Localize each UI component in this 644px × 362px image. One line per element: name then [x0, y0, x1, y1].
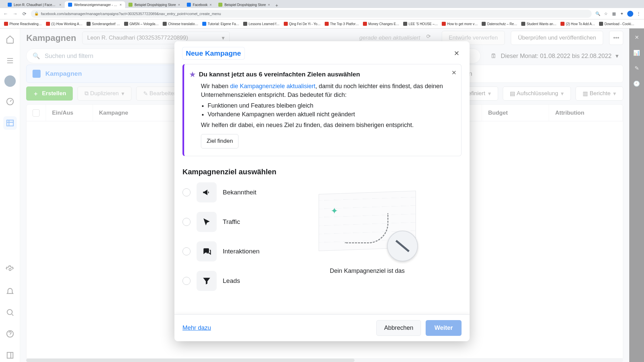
chat-icon [197, 241, 217, 261]
cancel-button[interactable]: Abbrechen [376, 320, 421, 336]
bookmark[interactable]: Tutorial: Eigene Fa… [201, 22, 240, 26]
lock-icon: 🔒 [34, 11, 39, 16]
close-icon[interactable]: × [268, 3, 270, 7]
url-field[interactable]: 🔒 facebook.com/adsmanager/manage/campaig… [31, 10, 592, 18]
bookmark[interactable]: How to get more v… [440, 22, 479, 26]
objectives-update-link[interactable]: die Kampagnenziele aktualisiert [230, 83, 315, 89]
bookmark[interactable]: Money Changes E… [362, 22, 400, 26]
forward-button[interactable]: → [12, 11, 18, 16]
modal-footer: Mehr dazu Abbrechen Weiter [174, 314, 470, 341]
close-icon[interactable]: × [210, 3, 212, 7]
funnel-icon [197, 271, 217, 291]
ads-manager-app: Kampagnen Leon R. Chaudhari (30325357722… [0, 28, 644, 362]
bookmark[interactable]: (2) How To Add A… [559, 22, 596, 26]
objective-leads[interactable]: Leads [182, 271, 260, 291]
browser-tab[interactable]: Leon R. Chaudhari | Facebook× [4, 1, 65, 8]
notice-body: Wir haben die Kampagnenziele aktualisier… [190, 82, 454, 148]
modal-close-button[interactable]: ✕ [451, 48, 462, 58]
puzzle-icon[interactable]: ✦ [619, 11, 625, 16]
zoom-icon[interactable]: 🔍 [595, 11, 600, 16]
objectives-section: Bekanntheit Traffic Interaktionen [182, 182, 462, 291]
learn-more-link[interactable]: Mehr dazu [182, 324, 211, 331]
radio-icon[interactable] [182, 277, 191, 285]
bookmark[interactable]: Student Wants an… [520, 22, 558, 26]
browser-tab[interactable]: Beispiel Dropshipping Store× [125, 1, 183, 8]
bookmark[interactable]: Chinese translatio… [161, 22, 200, 26]
bookmark[interactable]: Download - Cooki… [598, 22, 636, 26]
close-icon[interactable]: × [120, 3, 122, 7]
url-text: facebook.com/adsmanager/manage/campaigns… [41, 12, 221, 16]
bookmark[interactable]: LEE 'S HOUSE –… [402, 22, 439, 26]
star-icon[interactable]: ☆ [603, 11, 608, 16]
close-icon[interactable]: × [178, 3, 180, 7]
bookmark[interactable]: Lessons Learned f… [242, 22, 281, 26]
modal-body: ✕ ★ Du kannst jetzt aus 6 vereinfachten … [174, 62, 470, 314]
modal-title: Neue Kampagne [182, 47, 245, 59]
new-campaign-modal: Neue Kampagne ✕ ✕ ★ Du kannst jetzt aus … [174, 41, 470, 341]
modal-header: Neue Kampagne ✕ [174, 41, 470, 62]
tab-strip: Leon R. Chaudhari | Facebook× Werbeanzei… [0, 0, 644, 8]
star-icon: ★ [190, 70, 196, 78]
objective-awareness[interactable]: Bekanntheit [182, 182, 260, 202]
close-icon[interactable]: × [59, 3, 61, 7]
browser-tab[interactable]: Facebook× [183, 1, 215, 8]
bookmark[interactable]: Phone Reactivating… [3, 22, 43, 26]
notice-heading: Du kannst jetzt aus 6 vereinfachten Ziel… [199, 71, 360, 78]
reload-button[interactable]: ⟳ [21, 11, 28, 16]
bookmark[interactable]: The Top 3 Platfor… [323, 22, 360, 26]
objectives-notice: ✕ ★ Du kannst jetzt aus 6 vereinfachten … [182, 64, 462, 156]
bookmark[interactable]: (1) How Working A… [45, 22, 84, 26]
bookmark[interactable]: Datenschutz – Re… [480, 22, 519, 26]
browser-tab[interactable]: Werbeanzeigenmanager - We× [65, 1, 125, 8]
objective-illustration: ✦ Dein Kampagnenziel ist das [273, 182, 462, 291]
cursor-icon [197, 212, 217, 232]
bookmark[interactable]: GMSN – Vologda… [123, 22, 160, 26]
browser-tab[interactable]: Beispiel Dropshipping Store× [215, 1, 273, 8]
back-button[interactable]: ← [3, 11, 9, 16]
objective-heading: Kampagnenziel auswählen [182, 168, 462, 176]
new-tab-button[interactable]: + [273, 3, 280, 8]
radio-icon[interactable] [182, 188, 191, 196]
browser-chrome: Leon R. Chaudhari | Facebook× Werbeanzei… [0, 0, 644, 28]
objective-engagement[interactable]: Interaktionen [182, 241, 260, 261]
radio-icon[interactable] [182, 218, 191, 226]
compass-icon [387, 231, 418, 261]
profile-avatar[interactable] [627, 11, 633, 17]
next-button[interactable]: Weiter [426, 320, 462, 336]
address-bar: ← → ⟳ 🔒 facebook.com/adsmanager/manage/c… [0, 8, 644, 19]
megaphone-icon [197, 182, 217, 202]
objective-list: Bekanntheit Traffic Interaktionen [182, 182, 260, 291]
bookmarks-bar: Phone Reactivating… (1) How Working A… S… [0, 19, 644, 28]
find-objective-button[interactable]: Ziel finden [201, 134, 238, 148]
objective-caption: Dein Kampagnenziel ist das [330, 267, 405, 275]
bookmark[interactable]: Qing Fei De Yi - Yo… [282, 22, 322, 26]
bookmark[interactable]: Sonderangebot! … [85, 22, 121, 26]
sparkle-icon: ✦ [331, 206, 338, 216]
objective-traffic[interactable]: Traffic [182, 212, 260, 232]
menu-icon[interactable]: ⋮ [636, 11, 641, 16]
notice-close-button[interactable]: ✕ [451, 69, 457, 76]
extension-icon[interactable]: ▦ [611, 11, 616, 16]
modal-backdrop: Neue Kampagne ✕ ✕ ★ Du kannst jetzt aus … [0, 28, 644, 362]
radio-icon[interactable] [182, 247, 191, 255]
